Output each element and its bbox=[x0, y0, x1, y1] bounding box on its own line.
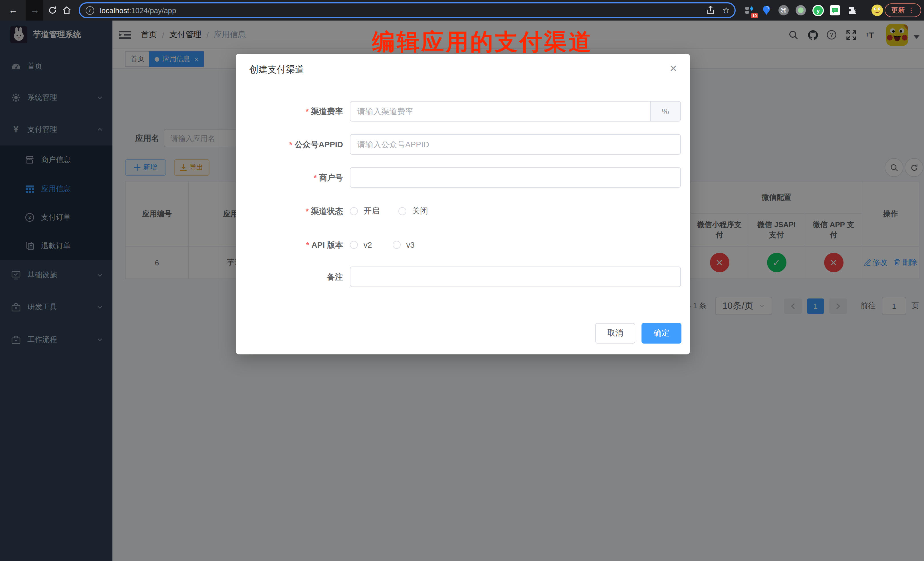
extension-badge: 10 bbox=[751, 13, 758, 18]
radio-api-v3[interactable] bbox=[393, 241, 400, 249]
update-label: 更新 bbox=[891, 5, 905, 15]
field-label-rate: *渠道费率 bbox=[236, 101, 343, 122]
profile-emoji-avatar[interactable] bbox=[871, 4, 884, 16]
browser-back-icon[interactable]: ← bbox=[4, 0, 22, 21]
radio-label-off[interactable]: 关闭 bbox=[412, 206, 428, 216]
rate-input-group: % bbox=[350, 101, 681, 122]
extension-tabs-icon[interactable]: 10 bbox=[743, 4, 756, 16]
required-mark: * bbox=[306, 207, 309, 216]
url-text: localhost:1024/pay/app bbox=[100, 6, 176, 15]
share-icon[interactable] bbox=[706, 6, 714, 15]
radio-status-off[interactable] bbox=[398, 207, 406, 215]
radio-label-v3[interactable]: v3 bbox=[406, 240, 415, 249]
extension-command-icon[interactable]: ⌘ bbox=[777, 4, 790, 16]
browser-toolbar: ← → i localhost:1024/pay/app ☆ 10 bbox=[0, 0, 924, 21]
field-label-merchant: *商户号 bbox=[236, 167, 343, 188]
url-bar[interactable]: i localhost:1024/pay/app ☆ bbox=[79, 2, 736, 18]
field-label-appid: *公众号APPID bbox=[236, 134, 343, 154]
screen: ← → i localhost:1024/pay/app ☆ 10 bbox=[0, 0, 924, 561]
required-mark: * bbox=[306, 107, 309, 116]
radio-api-v2[interactable] bbox=[350, 241, 358, 249]
create-channel-dialog: 创建支付渠道 ✕ *渠道费率 % *公众号APPID *商户号 *渠道状 bbox=[236, 54, 690, 354]
svg-text:y: y bbox=[816, 8, 819, 14]
api-radio-group: v2 v3 bbox=[350, 234, 415, 255]
dialog-close-icon[interactable]: ✕ bbox=[669, 63, 678, 75]
merchant-no-input[interactable] bbox=[350, 167, 681, 188]
extension-balloon-icon[interactable] bbox=[760, 4, 773, 16]
svg-text:⌘: ⌘ bbox=[780, 7, 787, 14]
required-mark: * bbox=[314, 173, 317, 182]
bookmark-star-icon[interactable]: ☆ bbox=[722, 5, 730, 15]
browser-home-icon[interactable] bbox=[62, 5, 79, 15]
required-mark: * bbox=[290, 140, 292, 149]
extension-recorder-icon[interactable] bbox=[795, 4, 807, 16]
extensions-puzzle-icon[interactable] bbox=[846, 4, 858, 16]
browser-menu-kebab-icon[interactable]: ⋮ bbox=[908, 6, 915, 14]
percent-suffix: % bbox=[650, 102, 680, 121]
browser-forward-icon[interactable]: → bbox=[26, 0, 44, 21]
radio-label-on[interactable]: 开启 bbox=[363, 206, 380, 216]
dialog-title: 创建支付渠道 bbox=[249, 64, 304, 76]
confirm-button[interactable]: 确定 bbox=[642, 323, 681, 344]
status-radio-group: 开启 关闭 bbox=[350, 201, 428, 221]
required-mark: * bbox=[306, 240, 309, 249]
browser-update-button[interactable]: 更新 ⋮ bbox=[885, 3, 921, 17]
radio-label-v2[interactable]: v2 bbox=[363, 240, 372, 249]
radio-status-on[interactable] bbox=[350, 207, 358, 215]
field-label-remark: 备注 bbox=[236, 267, 343, 287]
extension-chat-icon[interactable] bbox=[829, 4, 841, 16]
site-info-icon[interactable]: i bbox=[86, 6, 94, 15]
cancel-button[interactable]: 取消 bbox=[595, 323, 635, 344]
field-label-status: *渠道状态 bbox=[236, 201, 343, 221]
rate-input[interactable] bbox=[350, 102, 650, 121]
remark-input[interactable] bbox=[350, 267, 681, 287]
annotation-text: 编辑应用的支付渠道 bbox=[372, 26, 593, 58]
appid-input[interactable] bbox=[350, 134, 681, 154]
field-label-api: *API 版本 bbox=[236, 234, 343, 255]
extension-yuque-icon[interactable]: y bbox=[812, 4, 824, 16]
app-window: 芋道管理系统 首页 系统管理 ¥ 支付管理 bbox=[0, 21, 924, 561]
